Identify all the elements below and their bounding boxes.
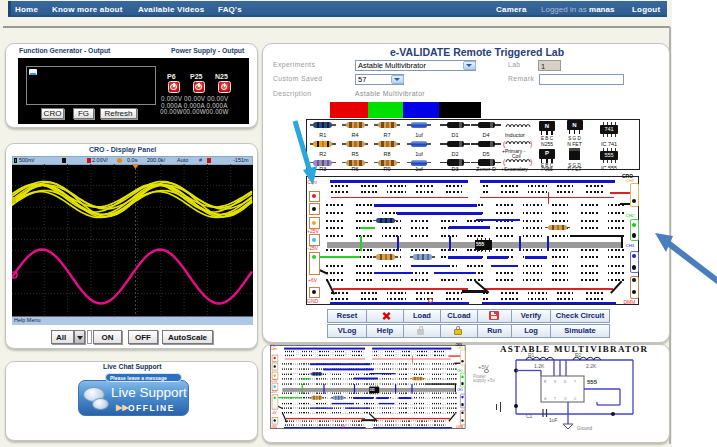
svg-text:T: T [554,397,556,401]
svg-text:555: 555 [587,379,598,385]
svg-text:C: C [574,397,577,401]
svg-text:O: O [564,397,567,401]
svg-text:2.2K: 2.2K [586,363,597,369]
svg-text:1uF: 1uF [549,417,558,423]
svg-text:R: R [544,380,547,384]
svg-text:R2: R2 [575,352,582,358]
svg-text:Ground: Ground [577,426,593,431]
svg-text:R1: R1 [528,352,535,358]
svg-text:T: T [574,380,576,384]
svg-text:1.2K: 1.2K [534,363,545,369]
svg-text:D: D [564,380,567,384]
svg-text:G: G [544,397,547,401]
svg-text:C1: C1 [526,413,533,419]
svg-text:V: V [554,380,557,384]
